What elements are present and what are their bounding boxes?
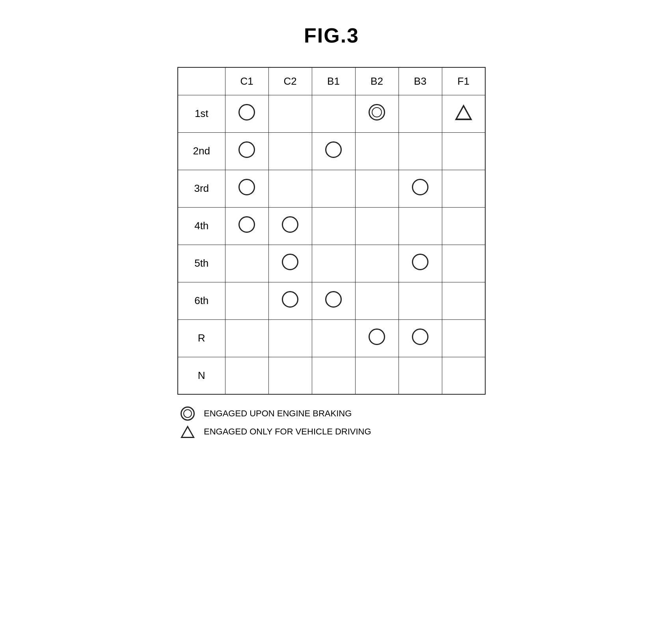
cell-R-5: [442, 319, 485, 357]
cell-2nd-5: [442, 132, 485, 170]
table-row: N: [178, 357, 485, 394]
circle-icon: [369, 328, 385, 345]
cell-N-1: [268, 357, 312, 394]
cell-3rd-0: [225, 170, 268, 207]
circle-icon: [282, 254, 298, 270]
header-row-label: [178, 67, 225, 95]
header-col-F1: F1: [442, 67, 485, 95]
circle-icon: [238, 216, 255, 233]
cell-1st-3: [355, 95, 399, 132]
cell-N-4: [399, 357, 442, 394]
cell-2nd-3: [355, 132, 399, 170]
cell-R-4: [399, 319, 442, 357]
legend-circle-double-icon: [181, 406, 195, 421]
table-row: 1st: [178, 95, 485, 132]
cell-3rd-4: [399, 170, 442, 207]
cell-4th-3: [355, 207, 399, 245]
legend-triangle-icon: [181, 425, 195, 438]
cell-5th-0: [225, 245, 268, 282]
cell-N-3: [355, 357, 399, 394]
circle-double-icon: [369, 104, 385, 121]
circle-icon: [238, 141, 255, 158]
cell-N-0: [225, 357, 268, 394]
cell-5th-5: [442, 245, 485, 282]
header-col-C2: C2: [268, 67, 312, 95]
cell-1st-5: [442, 95, 485, 132]
cell-3rd-2: [312, 170, 355, 207]
legend-text-engine-braking: ENGAGED UPON ENGINE BRAKING: [204, 408, 352, 419]
cell-3rd-1: [268, 170, 312, 207]
cell-R-2: [312, 319, 355, 357]
row-label-1st: 1st: [178, 95, 225, 132]
table-row: 4th: [178, 207, 485, 245]
cell-4th-0: [225, 207, 268, 245]
cell-N-5: [442, 357, 485, 394]
row-label-4th: 4th: [178, 207, 225, 245]
table-row: 6th: [178, 282, 485, 319]
cell-6th-2: [312, 282, 355, 319]
table-row: 5th: [178, 245, 485, 282]
row-label-3rd: 3rd: [178, 170, 225, 207]
circle-icon: [412, 328, 428, 345]
legend-item-vehicle-driving: ENGAGED ONLY FOR VEHICLE DRIVING: [178, 425, 371, 438]
cell-3rd-5: [442, 170, 485, 207]
cell-2nd-0: [225, 132, 268, 170]
row-label-r: R: [178, 319, 225, 357]
circle-icon: [412, 254, 428, 270]
cell-5th-4: [399, 245, 442, 282]
circle-icon: [412, 179, 428, 195]
cell-4th-4: [399, 207, 442, 245]
cell-5th-2: [312, 245, 355, 282]
triangle-icon: [455, 104, 472, 120]
legend-symbol-circle-double: [178, 406, 197, 421]
row-label-5th: 5th: [178, 245, 225, 282]
header-col-B1: B1: [312, 67, 355, 95]
circle-icon: [282, 291, 298, 308]
row-label-6th: 6th: [178, 282, 225, 319]
row-label-2nd: 2nd: [178, 132, 225, 170]
cell-R-1: [268, 319, 312, 357]
cell-6th-1: [268, 282, 312, 319]
cell-2nd-2: [312, 132, 355, 170]
cell-R-0: [225, 319, 268, 357]
cell-3rd-3: [355, 170, 399, 207]
cell-4th-5: [442, 207, 485, 245]
header-col-B3: B3: [399, 67, 442, 95]
cell-6th-0: [225, 282, 268, 319]
cell-N-2: [312, 357, 355, 394]
cell-2nd-1: [268, 132, 312, 170]
circle-icon: [325, 141, 342, 158]
cell-1st-2: [312, 95, 355, 132]
cell-6th-3: [355, 282, 399, 319]
table-row: 2nd: [178, 132, 485, 170]
legend: ENGAGED UPON ENGINE BRAKING ENGAGED ONLY…: [178, 406, 371, 443]
cell-4th-2: [312, 207, 355, 245]
cell-1st-0: [225, 95, 268, 132]
cell-5th-3: [355, 245, 399, 282]
row-label-n: N: [178, 357, 225, 394]
cell-6th-5: [442, 282, 485, 319]
header-col-B2: B2: [355, 67, 399, 95]
circle-icon: [238, 104, 255, 121]
legend-text-vehicle-driving: ENGAGED ONLY FOR VEHICLE DRIVING: [204, 427, 371, 437]
legend-symbol-triangle: [178, 425, 197, 438]
figure-title: FIG.3: [304, 24, 359, 47]
cell-R-3: [355, 319, 399, 357]
cell-6th-4: [399, 282, 442, 319]
cell-1st-1: [268, 95, 312, 132]
cell-2nd-4: [399, 132, 442, 170]
header-col-C1: C1: [225, 67, 268, 95]
legend-item-engine-braking: ENGAGED UPON ENGINE BRAKING: [178, 406, 371, 421]
circle-icon: [238, 179, 255, 195]
circle-icon: [282, 216, 298, 233]
engagement-table: C1C2B1B2B3F1 1st2nd3rd4th5th6thRN: [177, 67, 486, 395]
cell-4th-1: [268, 207, 312, 245]
circle-icon: [325, 291, 342, 308]
table-row: R: [178, 319, 485, 357]
table-row: 3rd: [178, 170, 485, 207]
cell-5th-1: [268, 245, 312, 282]
cell-1st-4: [399, 95, 442, 132]
page-container: FIG.3 C1C2B1B2B3F1 1st2nd3rd4th5th6thRN …: [154, 24, 509, 443]
